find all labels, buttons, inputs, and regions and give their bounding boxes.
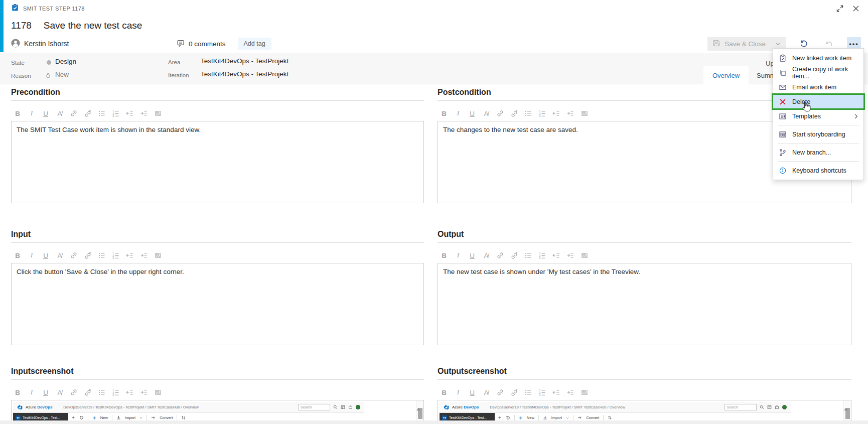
clear-format-icon[interactable]: A̸ bbox=[482, 108, 490, 118]
mini-new-plus-icon bbox=[519, 416, 523, 420]
bullet-list-icon[interactable] bbox=[98, 250, 106, 260]
iteration-value[interactable]: TestKit4DevOps - TestProjekt bbox=[201, 70, 288, 78]
clear-format-icon[interactable]: A̸ bbox=[482, 387, 490, 397]
input-editor[interactable]: Click the button 'Save & Close' in the u… bbox=[11, 263, 424, 345]
clear-format-icon[interactable]: A̸ bbox=[482, 250, 490, 260]
outdent-icon[interactable] bbox=[126, 108, 134, 118]
italic-icon[interactable]: I bbox=[454, 108, 462, 118]
numbered-list-icon[interactable]: 123 bbox=[112, 108, 120, 118]
underline-icon[interactable]: U bbox=[42, 387, 50, 397]
image-icon[interactable] bbox=[581, 387, 589, 397]
unlink-icon[interactable] bbox=[510, 387, 518, 397]
azure-devops-logo-icon bbox=[444, 404, 449, 410]
bold-icon[interactable]: B bbox=[14, 250, 22, 260]
menu-item-start-storyboarding[interactable]: Start storyboarding bbox=[773, 127, 863, 142]
clear-format-icon[interactable]: A̸ bbox=[56, 250, 64, 260]
unlink-icon[interactable] bbox=[510, 108, 518, 118]
outdent-icon[interactable] bbox=[126, 387, 134, 397]
link-icon[interactable] bbox=[496, 387, 504, 397]
italic-icon[interactable]: I bbox=[28, 387, 36, 397]
assignee-field[interactable]: Kerstin Ishorst bbox=[11, 39, 177, 49]
outdent-icon[interactable] bbox=[552, 108, 560, 118]
outdent-icon[interactable] bbox=[552, 387, 560, 397]
indent-icon[interactable] bbox=[566, 387, 574, 397]
section-title: Input bbox=[11, 229, 424, 243]
italic-icon[interactable]: I bbox=[454, 250, 462, 260]
underline-icon[interactable]: U bbox=[42, 108, 50, 118]
menu-item-keyboard-shortcuts[interactable]: Keyboard shortcuts bbox=[773, 163, 863, 178]
image-icon[interactable] bbox=[154, 108, 162, 118]
numbered-list-icon[interactable]: 123 bbox=[112, 387, 120, 397]
image-icon[interactable] bbox=[154, 387, 162, 397]
bullet-list-icon[interactable] bbox=[524, 250, 532, 260]
tab-overview[interactable]: Overview bbox=[703, 66, 749, 84]
unlink-icon[interactable] bbox=[84, 250, 92, 260]
link-icon[interactable] bbox=[70, 387, 78, 397]
bold-icon[interactable]: B bbox=[14, 387, 22, 397]
workitem-color-strip bbox=[0, 0, 4, 52]
link-icon[interactable] bbox=[70, 108, 78, 118]
italic-icon[interactable]: I bbox=[28, 108, 36, 118]
underline-icon[interactable]: U bbox=[468, 108, 476, 118]
bold-icon[interactable]: B bbox=[440, 387, 448, 397]
area-label: Area bbox=[168, 59, 180, 65]
link-icon[interactable] bbox=[496, 250, 504, 260]
expand-dialog-icon[interactable] bbox=[836, 5, 844, 13]
outdent-icon[interactable] bbox=[552, 250, 560, 260]
numbered-list-icon[interactable]: 123 bbox=[538, 250, 546, 260]
bullet-list-icon[interactable] bbox=[524, 108, 532, 118]
bullet-list-icon[interactable] bbox=[524, 387, 532, 397]
unlink-icon[interactable] bbox=[510, 250, 518, 260]
add-tag-button[interactable]: Add tag bbox=[238, 38, 271, 50]
outdent-icon[interactable] bbox=[126, 250, 134, 260]
bold-icon[interactable]: B bbox=[440, 250, 448, 260]
bullet-list-icon[interactable] bbox=[98, 387, 106, 397]
numbered-list-icon[interactable]: 123 bbox=[112, 250, 120, 260]
workitem-title-input[interactable]: Save the new test case bbox=[44, 20, 861, 31]
menu-item-label: Delete bbox=[792, 98, 810, 105]
link-icon[interactable] bbox=[496, 108, 504, 118]
mini-breadcrumb: DevOpsServer19 / TestKit4DevOps - TestPr… bbox=[63, 405, 199, 409]
indent-icon[interactable] bbox=[140, 108, 148, 118]
clear-format-icon[interactable]: A̸ bbox=[56, 108, 64, 118]
menu-item-email-work-item[interactable]: Email work item bbox=[773, 80, 863, 94]
rich-text-toolbar: BIUA̸123 bbox=[11, 249, 424, 261]
italic-icon[interactable]: I bbox=[454, 387, 462, 397]
bullet-list-icon[interactable] bbox=[98, 108, 106, 118]
underline-icon[interactable]: U bbox=[468, 250, 476, 260]
link-icon[interactable] bbox=[70, 250, 78, 260]
precondition-editor[interactable]: The SMIT Test Case work item is shown in… bbox=[11, 121, 424, 203]
output-editor[interactable]: The new test case is shown under 'My tes… bbox=[438, 263, 851, 345]
indent-icon[interactable] bbox=[566, 250, 574, 260]
branch-icon bbox=[779, 149, 787, 157]
underline-icon[interactable]: U bbox=[42, 250, 50, 260]
indent-icon[interactable] bbox=[140, 387, 148, 397]
image-icon[interactable] bbox=[581, 250, 589, 260]
menu-item-delete[interactable]: Delete bbox=[773, 94, 863, 109]
menu-item-new-branch[interactable]: New branch... bbox=[773, 145, 863, 160]
indent-icon[interactable] bbox=[140, 250, 148, 260]
image-icon[interactable] bbox=[581, 108, 589, 118]
underline-icon[interactable]: U bbox=[468, 387, 476, 397]
menu-item-create-copy-of-work-item[interactable]: Create copy of work item... bbox=[773, 65, 863, 80]
unlink-icon[interactable] bbox=[84, 108, 92, 118]
menu-item-templates[interactable]: Templates bbox=[773, 109, 863, 123]
svg-text:3: 3 bbox=[539, 393, 540, 396]
comments-button[interactable]: 0 comments bbox=[177, 39, 226, 49]
templates-icon bbox=[779, 112, 787, 120]
clear-format-icon[interactable]: A̸ bbox=[56, 387, 64, 397]
mini-project-icon: TT bbox=[442, 415, 447, 420]
numbered-list-icon[interactable]: 123 bbox=[538, 108, 546, 118]
bold-icon[interactable]: B bbox=[14, 108, 22, 118]
bold-icon[interactable]: B bbox=[440, 108, 448, 118]
area-value[interactable]: TestKit4DevOps - TestProjekt bbox=[201, 57, 288, 65]
unlink-icon[interactable] bbox=[84, 387, 92, 397]
save-options-chevron-icon[interactable] bbox=[775, 41, 781, 47]
close-dialog-icon[interactable] bbox=[852, 5, 860, 13]
state-value[interactable]: Design bbox=[55, 58, 76, 65]
image-icon[interactable] bbox=[154, 250, 162, 260]
indent-icon[interactable] bbox=[566, 108, 574, 118]
italic-icon[interactable]: I bbox=[28, 250, 36, 260]
menu-item-new-linked-work-item[interactable]: New linked work item bbox=[773, 51, 863, 65]
numbered-list-icon[interactable]: 123 bbox=[538, 387, 546, 397]
